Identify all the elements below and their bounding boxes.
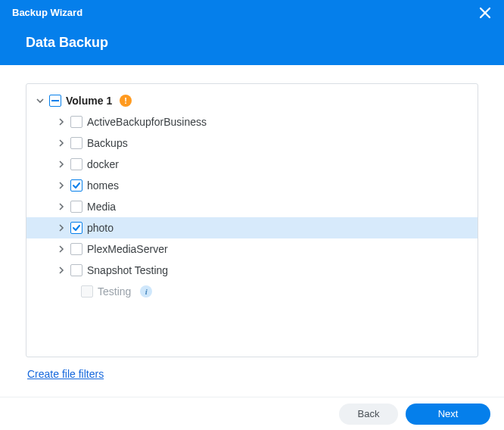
close-button[interactable]: [478, 6, 492, 20]
caret-right-icon[interactable]: [57, 139, 66, 148]
caret-down-icon[interactable]: [36, 96, 45, 105]
info-icon[interactable]: i: [140, 285, 152, 298]
checkbox[interactable]: [70, 243, 82, 255]
tree-item[interactable]: Snapshot Testing: [26, 260, 478, 281]
tree-item-disabled: Testing i: [26, 281, 478, 302]
back-button[interactable]: Back: [339, 404, 398, 425]
wizard-header: Backup Wizard Data Backup: [0, 0, 504, 65]
warning-icon: !: [120, 95, 132, 107]
caret-right-icon[interactable]: [57, 117, 66, 126]
next-button[interactable]: Next: [406, 404, 490, 425]
tree-item-label: Backups: [87, 137, 128, 149]
caret-right-icon[interactable]: [57, 160, 66, 169]
tree-item-label: docker: [87, 158, 119, 170]
tree-item-label: PlexMediaServer: [87, 243, 168, 255]
tree-root-volume[interactable]: Volume 1 !: [26, 90, 478, 111]
tree-item-label: Snapshot Testing: [87, 264, 168, 276]
caret-right-icon[interactable]: [57, 266, 66, 275]
caret-right-icon[interactable]: [57, 245, 66, 254]
wizard-footer: Back Next: [0, 397, 504, 430]
tree-item-label: Testing: [98, 285, 131, 298]
tree-item[interactable]: Backups: [26, 132, 478, 154]
caret-right-icon[interactable]: [57, 202, 66, 211]
folder-tree: Volume 1 ! ActiveBackupforBusinessBackup…: [26, 83, 478, 357]
close-icon: [480, 8, 490, 18]
checkbox-disabled: [81, 285, 93, 298]
checkbox[interactable]: [70, 201, 82, 213]
checkbox[interactable]: [70, 179, 82, 192]
tree-item-label: photo: [87, 222, 114, 234]
checkbox-indeterminate[interactable]: [49, 95, 61, 107]
tree-item-label: Media: [87, 201, 116, 213]
tree-item-label: homes: [87, 179, 119, 192]
tree-item-label: ActiveBackupforBusiness: [87, 116, 207, 128]
checkbox[interactable]: [70, 158, 82, 170]
tree-root-label: Volume 1: [66, 95, 112, 107]
tree-item[interactable]: docker: [26, 154, 478, 175]
create-file-filters-link[interactable]: Create file filters: [27, 368, 104, 380]
wizard-step-title: Data Backup: [12, 18, 492, 51]
tree-item[interactable]: ActiveBackupforBusiness: [26, 111, 478, 132]
tree-item[interactable]: homes: [26, 175, 478, 196]
checkbox[interactable]: [70, 116, 82, 128]
caret-right-icon[interactable]: [57, 181, 66, 190]
wizard-body: Volume 1 ! ActiveBackupforBusinessBackup…: [0, 65, 504, 380]
checkbox[interactable]: [70, 137, 82, 149]
wizard-title: Backup Wizard: [12, 0, 492, 18]
checkbox[interactable]: [70, 222, 82, 234]
tree-item[interactable]: photo: [26, 217, 478, 238]
checkbox[interactable]: [70, 264, 82, 276]
tree-item[interactable]: Media: [26, 196, 478, 217]
tree-item[interactable]: PlexMediaServer: [26, 238, 478, 260]
caret-right-icon[interactable]: [57, 223, 66, 232]
filters-link-row: Create file filters: [26, 357, 478, 380]
